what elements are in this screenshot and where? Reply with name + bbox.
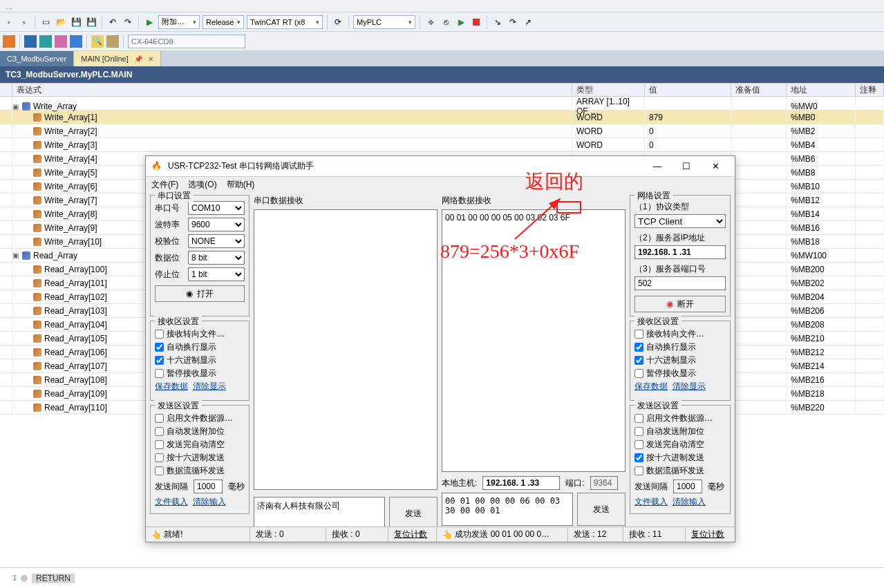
misc1-icon[interactable]: ⟳ xyxy=(332,16,344,28)
disconnect-button[interactable]: ◉ 断开 xyxy=(634,296,726,312)
n-send-clearinput[interactable]: 清除输入 xyxy=(673,497,706,506)
s-send-hex[interactable] xyxy=(155,453,164,462)
var-prep[interactable] xyxy=(731,221,787,234)
tab-modbuserver[interactable]: C3_ModbuServer xyxy=(0,51,74,66)
n-send-append[interactable] xyxy=(634,427,643,436)
plc-dropdown[interactable]: MyPLC xyxy=(353,15,415,29)
s-recv-tofile[interactable] xyxy=(155,330,164,339)
col-comment[interactable]: 注释 xyxy=(856,84,884,96)
local-host-input[interactable] xyxy=(482,476,560,490)
redo-icon[interactable]: ↷ xyxy=(122,16,134,28)
var-prep[interactable] xyxy=(731,387,787,400)
serial-send-textarea[interactable]: 济南有人科技有限公司 xyxy=(254,497,385,530)
var-prep[interactable] xyxy=(731,180,787,193)
menu-help[interactable]: 帮助(H) xyxy=(227,179,255,191)
close-button[interactable]: ✕ xyxy=(702,157,729,176)
login-icon[interactable]: ⎆ xyxy=(424,16,437,28)
stepout-icon[interactable]: ↗ xyxy=(522,16,534,28)
start-icon[interactable]: ▶ xyxy=(455,16,467,28)
var-prep[interactable] xyxy=(731,138,787,151)
var-prep[interactable] xyxy=(731,124,787,137)
var-value[interactable]: 0 xyxy=(645,138,731,151)
var-prep[interactable] xyxy=(731,193,787,207)
s-reset-counter[interactable]: 复位计数 xyxy=(388,527,436,542)
table-row[interactable]: Write_Array[1]WORD879%MB0 xyxy=(0,111,884,124)
net-recv-textarea[interactable]: 00 01 00 00 00 05 00 03 02 03 6F xyxy=(442,209,626,472)
sq-icon-2[interactable] xyxy=(24,35,37,48)
stopbits-select[interactable]: 1 bit xyxy=(188,267,245,281)
nav-back-icon[interactable]: ◦ xyxy=(3,16,15,28)
s-send-file[interactable] xyxy=(155,414,164,423)
serial-send-button[interactable]: 发送 xyxy=(389,497,438,530)
var-prep[interactable] xyxy=(731,235,787,248)
sq-icon-6[interactable]: 🔍 xyxy=(91,35,104,48)
expander-icon[interactable]: ▣ xyxy=(12,252,19,259)
var-prep[interactable] xyxy=(731,359,787,372)
var-prep[interactable] xyxy=(731,263,787,276)
stepover-icon[interactable]: ↷ xyxy=(507,16,519,28)
s-recv-wrap[interactable] xyxy=(155,343,164,352)
var-prep[interactable] xyxy=(731,276,787,290)
server-ip-input[interactable] xyxy=(634,245,726,259)
net-send-button[interactable]: 发送 xyxy=(577,493,626,526)
minimize-button[interactable]: — xyxy=(643,157,671,176)
var-prep[interactable] xyxy=(731,152,787,165)
close-icon[interactable]: ✕ xyxy=(148,55,153,63)
parity-select[interactable]: NONE xyxy=(188,234,245,248)
n-recv-tofile[interactable] xyxy=(634,330,643,339)
s-send-append[interactable] xyxy=(155,427,164,436)
sq-icon-3[interactable] xyxy=(39,35,52,48)
sq-icon-5[interactable] xyxy=(70,35,82,48)
expander-icon[interactable]: ▣ xyxy=(12,103,19,111)
s-send-clear[interactable] xyxy=(155,440,164,449)
col-prep[interactable]: 准备值 xyxy=(731,84,787,96)
menu-options[interactable]: 选项(O) xyxy=(188,179,216,191)
config-dropdown[interactable]: Release xyxy=(203,15,244,29)
server-port-input[interactable] xyxy=(634,276,726,290)
col-type[interactable]: 类型 xyxy=(572,84,645,96)
serial-port-select[interactable]: COM10 xyxy=(188,201,245,215)
s-send-loop[interactable] xyxy=(155,466,164,475)
table-row[interactable]: Write_Array[2]WORD0%MB2 xyxy=(0,124,884,138)
breakpoint-icon[interactable] xyxy=(21,575,28,582)
s-recv-pause[interactable] xyxy=(155,369,164,378)
n-send-load[interactable]: 文件载入 xyxy=(634,497,668,506)
var-prep[interactable] xyxy=(731,332,787,345)
dialog-titlebar[interactable]: 🔥 USR-TCP232-Test 串口转网络调试助手 — ☐ ✕ xyxy=(146,156,735,177)
maximize-button[interactable]: ☐ xyxy=(673,157,700,176)
serial-recv-textarea[interactable] xyxy=(254,209,438,490)
col-addr[interactable]: 地址 xyxy=(787,84,856,96)
n-recv-pause[interactable] xyxy=(634,369,643,378)
tab-main-online[interactable]: MAIN [Online] 📌 ✕ xyxy=(74,51,160,66)
sq-icon-4[interactable] xyxy=(55,35,67,48)
serial-open-button[interactable]: ◉ 打开 xyxy=(155,285,245,302)
s-recv-hex[interactable] xyxy=(155,356,164,365)
undo-icon[interactable]: ↶ xyxy=(106,16,119,28)
sq-icon-7[interactable] xyxy=(106,35,119,48)
save-icon[interactable]: 💾 xyxy=(70,16,82,28)
baud-select[interactable]: 9600 xyxy=(188,218,245,231)
pin-icon[interactable]: 📌 xyxy=(134,55,142,63)
code-editor[interactable]: 1 RETURN xyxy=(0,567,884,588)
var-prep[interactable] xyxy=(731,290,787,303)
var-prep[interactable] xyxy=(731,345,787,359)
var-value[interactable]: 879 xyxy=(645,111,731,124)
var-value[interactable]: 0 xyxy=(645,124,731,137)
n-recv-save[interactable]: 保存数据 xyxy=(634,381,668,391)
s-send-load[interactable]: 文件载入 xyxy=(155,497,188,506)
n-reset-counter[interactable]: 复位计数 xyxy=(685,527,735,542)
col-value[interactable]: 值 xyxy=(645,84,731,96)
open-icon[interactable]: 📂 xyxy=(55,16,67,28)
n-recv-wrap[interactable] xyxy=(634,343,643,352)
sq-icon-1[interactable] xyxy=(3,35,15,48)
n-send-hex[interactable] xyxy=(634,453,643,462)
databits-select[interactable]: 8 bit xyxy=(188,251,245,265)
menu-file[interactable]: 文件(F) xyxy=(151,179,178,191)
net-send-textarea[interactable]: 00 01 00 00 00 06 00 03 30 00 00 01 xyxy=(442,493,573,526)
table-row[interactable]: ▣Write_ArrayARRAY [1..10] OF …%MW0 xyxy=(0,97,884,111)
n-recv-clear[interactable]: 清除显示 xyxy=(673,381,706,391)
table-row[interactable]: Write_Array[3]WORD0%MB4 xyxy=(0,138,884,152)
logout-icon[interactable]: ⎋ xyxy=(440,16,452,28)
attach-dropdown[interactable]: 附加… xyxy=(158,15,200,29)
n-send-file[interactable] xyxy=(634,414,643,423)
